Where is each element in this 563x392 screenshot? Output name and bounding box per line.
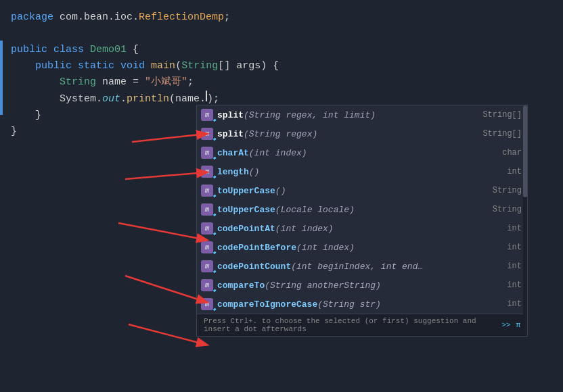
- string-literal: "小斌哥": [145, 74, 187, 91]
- ac-label-codepointat: codePointAt(int index): [217, 224, 501, 234]
- ac-return-length: int: [507, 167, 522, 176]
- svg-line-5: [129, 324, 206, 345]
- ac-icon-uppercase2: m: [201, 203, 213, 216]
- ac-label-uppercase1: toUpperCase(): [217, 186, 487, 196]
- ac-item-uppercase2[interactable]: m toUpperCase(Locale locale) String: [197, 200, 527, 219]
- keyword-class: class: [53, 42, 84, 58]
- keyword-void: void: [120, 58, 145, 74]
- method-main: main: [151, 58, 175, 74]
- ac-label-compareto: compareTo(String anotherString): [217, 280, 501, 291]
- code-line-2: [0, 26, 563, 42]
- println-method: println: [127, 91, 169, 107]
- ac-label-codepointcount: codePointCount(int beginIndex, int end…: [217, 262, 501, 272]
- ac-label-charat: charAt(int index): [217, 148, 497, 158]
- ac-label-split1: split(String regex, int limit): [217, 110, 477, 120]
- pi-symbol: π: [516, 321, 520, 329]
- class-ref: ReflectionDemp: [139, 9, 224, 26]
- ac-icon-split2: m: [201, 128, 213, 140]
- ac-return-codepointat: int: [507, 224, 522, 233]
- ac-item-codepointat[interactable]: m codePointAt(int index) int: [197, 219, 527, 238]
- ac-label-split2: split(String regex): [217, 129, 477, 139]
- ac-icon-charat: m: [201, 147, 213, 159]
- autocomplete-footer: Press Ctrl+. to choose the selected (or …: [197, 314, 527, 336]
- autocomplete-dropdown[interactable]: m split(String regex, int limit) String[…: [196, 105, 528, 337]
- ac-return-split2: String[]: [482, 129, 522, 139]
- footer-link[interactable]: >>: [501, 321, 510, 329]
- ac-item-compareto[interactable]: m compareTo(String anotherString) int: [197, 276, 527, 295]
- ac-item-codepointbefore[interactable]: m codePointBefore(int index) int: [197, 238, 527, 257]
- type-string2: String: [60, 74, 96, 91]
- type-string: String: [181, 58, 218, 74]
- ac-icon-codepointat: m: [201, 222, 213, 235]
- ac-item-compareignore[interactable]: m compareToIgnoreCase(String str) int: [197, 295, 527, 314]
- ac-item-codepointcount[interactable]: m codePointCount(int beginIndex, int end…: [197, 257, 527, 276]
- ac-item-length[interactable]: m length() int: [197, 162, 527, 181]
- code-line-1: package com.bean.ioc. ReflectionDemp ;: [0, 9, 563, 26]
- ac-label-length: length(): [217, 167, 501, 177]
- ac-label-codepointbefore: codePointBefore(int index): [217, 243, 501, 253]
- keyword-package: package: [11, 9, 53, 26]
- ac-return-uppercase2: String: [493, 205, 522, 214]
- ac-return-codepointbefore: int: [507, 243, 522, 252]
- ac-icon-codepointbefore: m: [201, 241, 213, 253]
- keyword-public2: public: [35, 58, 72, 74]
- ac-icon-codepointcount: m: [201, 260, 213, 272]
- editor-area: package com.bean.ioc. ReflectionDemp ; p…: [0, 0, 563, 392]
- svg-line-4: [125, 276, 206, 302]
- ac-item-uppercase1[interactable]: m toUpperCase() String: [197, 181, 527, 200]
- ac-icon-compareto: m: [201, 279, 213, 291]
- ac-return-codepointcount: int: [507, 262, 522, 271]
- svg-line-3: [118, 223, 206, 240]
- ac-item-split1[interactable]: m split(String regex, int limit) String[…: [197, 105, 527, 124]
- code-line-4: public static void main ( String [] args…: [0, 58, 563, 74]
- class-name: Demo01: [90, 42, 127, 58]
- keyword-static: static: [78, 58, 114, 74]
- ac-item-charat[interactable]: m charAt(int index) char: [197, 143, 527, 162]
- code-line-5: String name = "小斌哥" ;: [0, 74, 563, 91]
- ac-label-uppercase2: toUpperCase(Locale locale): [217, 205, 487, 215]
- footer-text: Press Ctrl+. to choose the selected (or …: [204, 317, 501, 333]
- bracket-indicator: [0, 41, 3, 115]
- code-line-3: public class Demo01 {: [0, 42, 563, 58]
- autocomplete-scrollbar[interactable]: [523, 105, 527, 336]
- ac-icon-uppercase1: m: [201, 185, 213, 197]
- keyword-public: public: [11, 42, 47, 58]
- ac-label-compareignore: compareToIgnoreCase(String str): [217, 299, 501, 310]
- ac-return-compareto: int: [507, 280, 522, 290]
- ac-icon-split1: m: [201, 109, 213, 121]
- package-name: com.bean.ioc.: [60, 9, 139, 26]
- ac-return-uppercase1: String: [493, 186, 522, 195]
- out-ref: out: [102, 91, 120, 107]
- ac-item-split2[interactable]: m split(String regex) String[]: [197, 124, 527, 143]
- ac-return-compareignore: int: [507, 299, 522, 309]
- ac-return-split1: String[]: [482, 110, 522, 120]
- system-ref: System.: [60, 91, 102, 107]
- svg-line-2: [125, 172, 206, 179]
- ac-icon-compareignore: m: [201, 298, 213, 310]
- ac-return-charat: char: [502, 148, 522, 157]
- ac-icon-length: m: [201, 166, 213, 178]
- autocomplete-scrollbar-thumb[interactable]: [523, 105, 527, 197]
